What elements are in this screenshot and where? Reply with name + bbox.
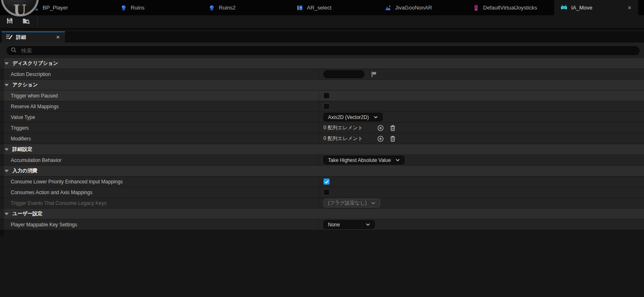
delete-array-icon[interactable]	[389, 135, 396, 143]
property-label: Reserve All Mappings	[0, 101, 318, 112]
check-icon	[324, 179, 329, 184]
gamepad-icon	[560, 4, 567, 11]
orb-icon	[120, 4, 127, 11]
mountain-icon	[384, 4, 391, 11]
delete-array-icon[interactable]	[389, 124, 396, 132]
tab-ar-select[interactable]: AR_select	[290, 0, 378, 15]
row-trigger-events-legacy: Trigger Events That Consume Legacy Keys …	[0, 198, 644, 209]
widget-icon	[296, 4, 303, 11]
search-row	[0, 43, 644, 58]
details-tab[interactable]: 詳細 ✕	[2, 31, 65, 43]
section-title: ディスクリプション	[12, 60, 58, 67]
search-icon	[11, 47, 17, 55]
row-trigger-when-paused: Trigger when Paused	[0, 90, 644, 101]
section-description[interactable]: ディスクリプション	[0, 58, 644, 69]
row-value-type: Value Type Axis2D (Vector2D)	[0, 112, 644, 123]
section-input-consumption[interactable]: 入力の消費	[0, 166, 644, 176]
collapse-arrow-icon	[5, 213, 9, 215]
accumulation-behavior-dropdown[interactable]: Take Highest Absolute Value	[323, 156, 405, 164]
add-element-icon[interactable]	[377, 124, 384, 132]
search-box[interactable]	[6, 45, 640, 56]
array-count: 0 配列エレメント	[323, 124, 372, 131]
property-label: Value Type	[0, 112, 318, 122]
trigger-events-legacy-dropdown: (フラグ設定なし)	[323, 199, 380, 207]
asset-toolbar	[0, 15, 644, 30]
details-tab-strip: 詳細 ✕	[0, 31, 644, 43]
search-input[interactable]	[20, 47, 635, 54]
tab-label: BP_Player	[43, 5, 68, 11]
chevron-down-icon	[373, 116, 378, 119]
section-action[interactable]: アクション	[0, 80, 644, 90]
tab-bp-player[interactable]: BP_Player	[26, 0, 114, 15]
tab-defaultvirtualjoysticks[interactable]: DefaultVirtualJoysticks	[466, 0, 554, 15]
folder-search-icon	[22, 17, 30, 26]
collapse-arrow-icon	[5, 84, 9, 86]
row-modifiers: Modifiers 0 配列エレメント	[0, 133, 644, 144]
row-consumes-action-axis: Consumes Action and Axis Mappings	[0, 187, 644, 198]
section-title: ユーザー設定	[12, 210, 43, 217]
section-advanced[interactable]: 詳細設定	[0, 144, 644, 155]
property-label: Player Mappable Key Settings	[0, 219, 318, 230]
section-title: アクション	[12, 81, 38, 88]
property-label: Consume Lower Priority Enhanced Input Ma…	[0, 176, 318, 187]
consume-lower-priority-checkbox[interactable]	[323, 178, 330, 185]
tab-ia-move-active[interactable]: IA_Move ✕	[554, 0, 638, 15]
row-triggers: Triggers 0 配列エレメント	[0, 123, 644, 133]
property-label: Action Description	[0, 69, 318, 79]
tab-ruins2[interactable]: Ruins2	[202, 0, 290, 15]
touch-device-icon	[472, 4, 479, 11]
asset-tab-bar: BP_Player Ruins Ruins2 AR_select JivaGoo…	[0, 0, 644, 15]
row-action-description: Action Description	[0, 69, 644, 80]
orb-icon	[208, 4, 215, 11]
section-user-settings[interactable]: ユーザー設定	[0, 209, 644, 219]
close-details-icon[interactable]: ✕	[54, 34, 62, 41]
tab-label: JivaGooNonAR	[395, 5, 432, 11]
save-icon	[6, 17, 13, 26]
property-label: Trigger Events That Consume Legacy Keys	[0, 198, 318, 208]
property-label: Trigger when Paused	[0, 90, 318, 101]
tab-label: Ruins	[131, 5, 144, 11]
chevron-down-icon	[395, 159, 400, 162]
details-pencil-icon	[6, 34, 13, 41]
tab-label: Ruins2	[219, 5, 235, 11]
add-element-icon[interactable]	[377, 135, 384, 143]
player-mappable-key-settings-dropdown[interactable]: None	[323, 220, 375, 229]
details-tab-label: 詳細	[16, 34, 51, 41]
array-count: 0 配列エレメント	[323, 135, 372, 142]
property-label: Consumes Action and Axis Mappings	[0, 187, 318, 197]
tab-jivagoononar[interactable]: JivaGooNonAR	[378, 0, 466, 15]
property-label: Triggers	[0, 123, 318, 133]
collapse-arrow-icon	[5, 62, 9, 65]
row-player-mappable-key-settings: Player Mappable Key Settings None	[0, 219, 644, 230]
row-consume-lower-priority: Consume Lower Priority Enhanced Input Ma…	[0, 176, 644, 187]
tab-label: IA_Move	[571, 5, 622, 11]
section-title: 詳細設定	[12, 146, 32, 153]
row-reserve-all-mappings: Reserve All Mappings	[0, 101, 644, 112]
toolbar-separator	[37, 17, 38, 27]
tab-ruins[interactable]: Ruins	[114, 0, 202, 15]
consumes-action-axis-checkbox[interactable]	[323, 189, 330, 195]
property-label: Accumulation Behavior	[0, 155, 318, 165]
chevron-down-icon	[371, 202, 376, 204]
value-type-dropdown[interactable]: Axis2D (Vector2D)	[323, 113, 383, 121]
chevron-down-icon	[366, 223, 370, 226]
tab-label: DefaultVirtualJoysticks	[483, 5, 537, 11]
action-description-input[interactable]	[323, 70, 364, 78]
localization-flag-icon[interactable]	[370, 71, 378, 78]
close-tab-icon[interactable]: ✕	[626, 4, 633, 12]
trigger-when-paused-checkbox[interactable]	[323, 93, 330, 99]
collapse-arrow-icon	[5, 148, 9, 151]
row-accumulation-behavior: Accumulation Behavior Take Highest Absol…	[0, 155, 644, 166]
collapse-arrow-icon	[5, 170, 9, 172]
reserve-all-mappings-checkbox[interactable]	[323, 103, 330, 109]
details-property-grid: ディスクリプション Action Description アクション Trigg…	[0, 58, 644, 230]
property-label: Modifiers	[0, 133, 318, 144]
section-title: 入力の消費	[12, 167, 37, 174]
tab-label: AR_select	[307, 5, 331, 11]
